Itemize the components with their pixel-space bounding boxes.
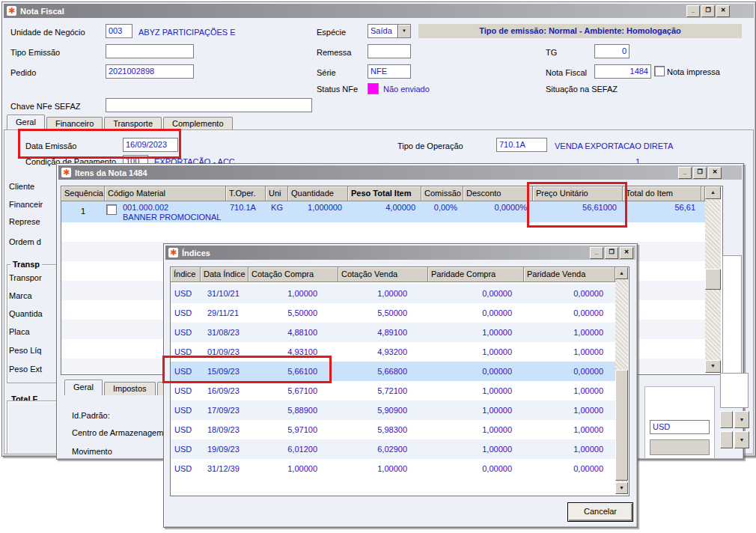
unidade-field[interactable]: 003: [106, 24, 132, 38]
status-nfe-value: Não enviado: [383, 85, 430, 94]
column-header[interactable]: Total do Item: [623, 186, 701, 201]
title-bar[interactable]: ✱ Índices: [165, 246, 635, 260]
tab-financeiro[interactable]: Financeiro: [46, 117, 103, 130]
moeda-field[interactable]: USD: [650, 420, 710, 434]
lookup-button[interactable]: [720, 411, 733, 428]
cell: 5,50000: [338, 303, 428, 323]
cell: 31/10/21: [201, 284, 249, 303]
nota-fiscal-field[interactable]: 1484: [594, 64, 651, 79]
close-button[interactable]: ✕: [716, 5, 730, 17]
chave-nfe-field[interactable]: [106, 98, 312, 112]
pedido-field[interactable]: 2021002898: [106, 64, 194, 79]
cancelar-button[interactable]: Cancelar: [567, 502, 633, 522]
item-row[interactable]: 1 001.000.002 BANNER PROMOCIONAL 710.1A …: [61, 201, 705, 222]
cell: 6,02900: [338, 439, 428, 459]
column-header[interactable]: Preço Unitário: [533, 186, 623, 201]
tab-impostos[interactable]: Impostos: [104, 382, 156, 395]
scroll-up-icon[interactable]: ▲: [615, 267, 628, 279]
tab-complemento[interactable]: Complemento: [163, 117, 232, 130]
lookup-button[interactable]: [720, 431, 733, 448]
minimize-button[interactable]: _: [678, 167, 692, 179]
dropdown-button[interactable]: ▼: [734, 431, 749, 448]
close-button[interactable]: ✕: [708, 167, 722, 179]
column-header[interactable]: Uni: [266, 186, 288, 201]
data-emissao-field[interactable]: 16/09/2023: [123, 138, 178, 152]
title-bar[interactable]: ✱ Nota Fiscal: [4, 4, 754, 18]
tipo-operacao-field[interactable]: 710.1A: [496, 138, 547, 152]
column-header[interactable]: Comissão: [421, 186, 463, 201]
column-header[interactable]: Paridade Compra: [428, 267, 524, 282]
situacao-sefaz-label: Situação na SEFAZ: [546, 85, 618, 94]
screen: ✱ Nota Fiscal _ ❐ ✕ Unidade de Negócio 0…: [0, 0, 756, 533]
column-header[interactable]: T.Oper.: [226, 186, 266, 201]
item-checkbox[interactable]: [106, 204, 117, 215]
indices-row[interactable]: USD15/09/235,661005,668000,000000,00000: [171, 362, 615, 381]
cell: 0,00000: [524, 362, 615, 381]
indices-row[interactable]: USD16/09/235,671005,721001,000001,00000: [171, 381, 615, 400]
field-label: Marca: [9, 291, 32, 300]
chevron-down-icon[interactable]: ▼: [397, 25, 410, 37]
cell: 19/09/23: [201, 439, 249, 459]
maximize-button[interactable]: ❐: [693, 167, 707, 179]
tipo-operacao-label: Tipo de Operação: [397, 141, 463, 150]
side-field[interactable]: [720, 373, 749, 408]
indices-row[interactable]: USD31/10/211,000001,000000,000000,00000: [171, 284, 615, 303]
remessa-field[interactable]: [368, 44, 411, 58]
tg-field[interactable]: 0: [594, 44, 630, 58]
serie-field[interactable]: NFE: [368, 64, 411, 79]
column-header[interactable]: Cotação Venda: [338, 267, 428, 282]
cell: 5,66100: [249, 362, 338, 381]
tipo-emissao-field[interactable]: [106, 44, 194, 58]
app-icon: ✱: [7, 6, 16, 16]
especie-dropdown[interactable]: Saída ▼: [368, 24, 411, 38]
cell: USD: [171, 362, 201, 381]
nota-impressa-checkbox[interactable]: [654, 66, 665, 76]
minimize-button[interactable]: _: [686, 5, 700, 17]
tab-geral[interactable]: Geral: [64, 380, 103, 395]
cell: 1,00000: [428, 400, 524, 420]
tg-label: TG: [546, 48, 557, 57]
indices-row[interactable]: USD01/09/234,931004,932001,000001,00000: [171, 342, 615, 362]
maximize-button[interactable]: ❐: [605, 247, 618, 259]
chave-nfe-label: Chave NFe SEFAZ: [10, 102, 81, 111]
column-header[interactable]: Paridade Venda: [524, 267, 615, 282]
tab-geral[interactable]: Geral: [7, 115, 45, 130]
title-bar[interactable]: ✱ Itens da Nota 1484: [58, 165, 742, 180]
scroll-down-icon[interactable]: ▼: [705, 360, 721, 373]
indices-row[interactable]: USD18/09/235,971005,983001,000001,00000: [171, 420, 615, 439]
status-nfe-label: Status NFe: [317, 85, 358, 94]
column-header[interactable]: Data Índice: [201, 267, 249, 282]
cell: 16/09/23: [201, 381, 249, 400]
nota-impressa-label: Nota impressa: [667, 67, 720, 76]
close-button[interactable]: ✕: [620, 247, 633, 259]
column-header[interactable]: Índice: [171, 267, 201, 282]
column-header[interactable]: Desconto: [463, 186, 533, 201]
indices-row[interactable]: USD29/11/215,500005,500000,000000,00000: [171, 303, 615, 323]
cell: 0,00000: [428, 459, 524, 478]
disabled-field: [650, 439, 710, 455]
minimize-button[interactable]: _: [590, 247, 603, 259]
cell: 17/09/23: [201, 400, 249, 420]
indices-row[interactable]: USD19/09/236,012006,029001,000001,00000: [171, 439, 615, 459]
desconto-cell: 0,0000%: [495, 203, 527, 213]
indices-row[interactable]: USD31/12/391,000001,000000,000000,00000: [171, 459, 615, 478]
scrollbar-thumb[interactable]: [705, 269, 721, 290]
column-header[interactable]: Peso Total Item: [348, 186, 421, 201]
scroll-up-icon[interactable]: ▲: [705, 186, 721, 199]
tipo-operacao-description: VENDA EXPORTACAO DIRETA: [555, 141, 673, 150]
scrollbar-thumb[interactable]: [615, 370, 628, 481]
indices-row[interactable]: USD17/09/235,889005,909001,000001,00000: [171, 400, 615, 420]
scroll-down-icon[interactable]: ▼: [615, 482, 628, 494]
column-header[interactable]: Quantidade: [288, 186, 348, 201]
cell: 1,00000: [249, 284, 338, 303]
side-panel: [722, 255, 742, 381]
cell: 0,00000: [524, 459, 615, 478]
indices-row[interactable]: USD31/08/234,881004,891001,000001,00000: [171, 323, 615, 342]
dropdown-button[interactable]: ▼: [734, 411, 749, 428]
maximize-button[interactable]: ❐: [701, 5, 715, 17]
column-header[interactable]: Cotação Compra: [249, 267, 338, 282]
cell: USD: [171, 439, 201, 459]
column-header[interactable]: Código Material: [105, 186, 226, 201]
column-header[interactable]: Sequência: [61, 186, 105, 201]
tab-transporte[interactable]: Transporte: [104, 117, 162, 130]
